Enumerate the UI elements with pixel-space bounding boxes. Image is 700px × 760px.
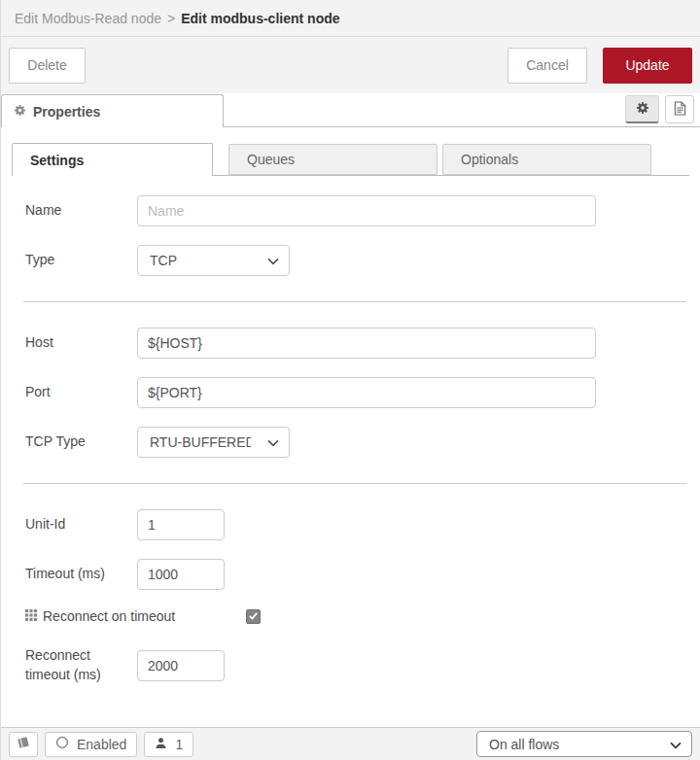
properties-bar: Properties	[1, 93, 700, 127]
settings-tab-bar: Settings Queues Optionals	[12, 143, 689, 176]
timeout-input[interactable]	[137, 559, 225, 590]
reconnect-timeout-input[interactable]	[137, 650, 225, 681]
node-settings-button[interactable]	[625, 95, 659, 123]
reconnect-checkbox[interactable]	[246, 609, 261, 624]
book-icon	[16, 736, 31, 752]
chevron-down-icon	[267, 434, 279, 450]
enabled-toggle-button[interactable]: Enabled	[45, 732, 137, 757]
tcp-type-select[interactable]: RTU-BUFFERED	[137, 427, 290, 458]
scope-select[interactable]: On all flows	[476, 731, 692, 757]
host-input[interactable]	[137, 328, 596, 359]
timeout-label: Timeout (ms)	[25, 565, 137, 584]
type-select-value: TCP	[150, 253, 251, 268]
properties-actions	[625, 95, 700, 123]
unit-id-input[interactable]	[137, 509, 225, 540]
breadcrumb-parent[interactable]: Edit Modbus-Read node	[15, 11, 161, 26]
host-row: Host	[25, 328, 686, 359]
cancel-button[interactable]: Cancel	[508, 48, 587, 84]
port-label: Port	[25, 383, 137, 402]
check-icon	[248, 608, 259, 624]
circle-status-icon	[55, 736, 69, 752]
type-select[interactable]: TCP	[137, 245, 290, 276]
edit-node-dialog: Edit Modbus-Read node > Edit modbus-clie…	[0, 0, 700, 760]
reconnect-on-timeout-row: Reconnect on timeout	[25, 608, 686, 624]
instance-count-button[interactable]: 1	[144, 732, 193, 757]
footer-right-group: On all flows	[476, 731, 692, 757]
breadcrumb-separator: >	[167, 11, 175, 26]
type-label: Type	[25, 251, 137, 270]
reconnect-on-timeout-label: Reconnect on timeout	[43, 608, 175, 624]
node-description-button[interactable]	[665, 95, 694, 123]
scope-select-value: On all flows	[489, 737, 670, 752]
tcp-type-select-value: RTU-BUFFERED	[150, 434, 251, 450]
enabled-label: Enabled	[77, 737, 126, 752]
port-input[interactable]	[137, 377, 596, 408]
unit-id-row: Unit-Id	[25, 509, 686, 540]
tcp-type-row: TCP Type RTU-BUFFERED	[25, 427, 686, 458]
toolbar-right-group: Cancel Update	[508, 48, 692, 84]
timeout-row: Timeout (ms)	[25, 559, 686, 590]
host-label: Host	[25, 333, 137, 353]
delete-button[interactable]: Delete	[9, 48, 86, 84]
gear-icon	[636, 101, 649, 118]
tab-properties[interactable]: Properties	[1, 94, 224, 127]
properties-panel: Settings Queues Optionals Name Type TCP	[1, 127, 700, 727]
name-input[interactable]	[137, 195, 596, 226]
tab-optionals[interactable]: Optionals	[442, 144, 651, 175]
divider	[23, 483, 686, 484]
tab-queues[interactable]: Queues	[228, 144, 438, 175]
port-row: Port	[25, 377, 686, 408]
breadcrumb-current: Edit modbus-client node	[181, 11, 339, 26]
breadcrumb: Edit Modbus-Read node > Edit modbus-clie…	[1, 0, 700, 37]
reconnect-on-timeout-label-group: Reconnect on timeout	[25, 608, 246, 624]
file-document-icon	[674, 101, 686, 119]
dialog-toolbar: Delete Cancel Update	[1, 37, 700, 93]
node-help-button[interactable]	[9, 732, 38, 757]
name-label: Name	[25, 201, 137, 221]
chevron-down-icon	[670, 737, 682, 752]
gear-icon	[14, 104, 26, 120]
settings-form: Name Type TCP Host Port	[1, 176, 700, 684]
unit-id-label: Unit-Id	[25, 515, 137, 535]
type-row: Type TCP	[25, 245, 686, 276]
dialog-footer: Enabled 1 On all flows	[1, 727, 700, 760]
instance-count: 1	[175, 737, 183, 752]
name-row: Name	[25, 195, 686, 226]
tcp-type-label: TCP Type	[25, 432, 137, 452]
properties-tab-label: Properties	[33, 104, 100, 120]
divider	[23, 301, 686, 302]
update-button[interactable]: Update	[603, 48, 692, 84]
reconnect-timeout-label: Reconnect timeout (ms)	[25, 646, 137, 684]
grid-icon	[25, 608, 37, 624]
reconnect-timeout-row: Reconnect timeout (ms)	[25, 646, 686, 684]
chevron-down-icon	[267, 253, 279, 268]
tab-settings[interactable]: Settings	[12, 143, 213, 176]
user-icon	[155, 737, 167, 752]
